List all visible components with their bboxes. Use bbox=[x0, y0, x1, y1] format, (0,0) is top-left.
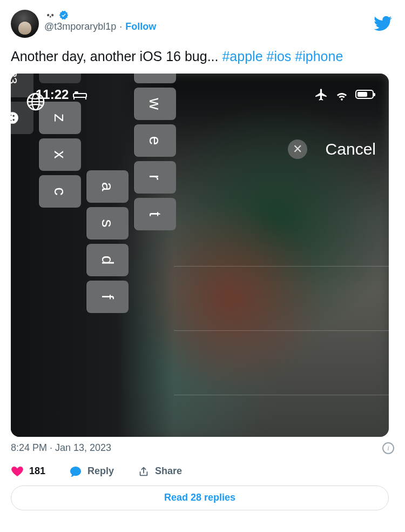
read-replies-label: Read 28 replies bbox=[164, 492, 235, 503]
battery-icon bbox=[355, 90, 374, 99]
key-t[interactable]: t bbox=[134, 198, 176, 230]
key-e[interactable]: e bbox=[134, 124, 176, 157]
key-d[interactable]: d bbox=[86, 244, 129, 276]
follow-link[interactable]: Follow bbox=[125, 21, 156, 33]
cancel-button[interactable]: Cancel bbox=[326, 140, 376, 158]
key-a[interactable]: a bbox=[86, 170, 129, 203]
tweet-meta-row: 8:24 PM · Jan 13, 2023 i bbox=[11, 442, 394, 454]
hashtag[interactable]: #ios bbox=[267, 49, 292, 64]
svg-rect-3 bbox=[73, 94, 86, 97]
ios-keyboard: q w e r t a s d f bbox=[14, 74, 176, 418]
hashtag[interactable]: #iphone bbox=[295, 49, 343, 64]
reply-label: Reply bbox=[87, 466, 114, 477]
globe-icon bbox=[26, 92, 45, 111]
share-label: Share bbox=[155, 466, 182, 477]
clear-search-icon[interactable]: ✕ bbox=[288, 139, 307, 159]
ios-status-bar: 11:22 bbox=[11, 74, 389, 116]
bed-icon bbox=[73, 89, 87, 100]
airplane-mode-icon bbox=[314, 88, 328, 102]
avatar[interactable] bbox=[11, 10, 39, 38]
hashtag[interactable]: #apple bbox=[222, 49, 262, 64]
handle[interactable]: @t3mporarybl1p bbox=[44, 21, 116, 33]
search-bar-right: ✕ Cancel bbox=[288, 139, 376, 159]
tweet-media[interactable]: 11:22 ✕ Cance bbox=[11, 74, 389, 437]
key-c[interactable]: c bbox=[39, 175, 81, 208]
svg-rect-6 bbox=[75, 91, 78, 94]
tweet-header: 💀 @t3mporarybl1p · Follow bbox=[11, 10, 394, 38]
key-r[interactable]: r bbox=[134, 161, 176, 194]
wifi-icon bbox=[335, 88, 349, 102]
reply-icon bbox=[69, 465, 82, 478]
key-s[interactable]: s bbox=[86, 207, 129, 240]
like-count: 181 bbox=[29, 466, 45, 477]
verified-badge-icon bbox=[58, 10, 69, 21]
heart-icon bbox=[11, 465, 24, 478]
list-separators bbox=[174, 266, 389, 437]
tweet-card: 💀 @t3mporarybl1p · Follow Another day, a… bbox=[0, 0, 405, 519]
key-x[interactable]: x bbox=[39, 138, 81, 171]
tweet-text-plain: Another day, another iOS 16 bug... bbox=[11, 49, 222, 64]
tweet-text: Another day, another iOS 16 bug... #appl… bbox=[11, 48, 394, 66]
keyboard-panel: q w e r t a s d f bbox=[11, 74, 174, 437]
twitter-logo-icon[interactable] bbox=[374, 14, 392, 32]
info-icon[interactable]: i bbox=[382, 442, 394, 454]
tweet-timestamp[interactable]: 8:24 PM · Jan 13, 2023 bbox=[11, 442, 111, 454]
key-f[interactable]: f bbox=[86, 281, 129, 313]
read-replies-button[interactable]: Read 28 replies bbox=[11, 486, 389, 510]
tweet-actions: 181 Reply Share bbox=[11, 465, 394, 478]
share-icon bbox=[138, 466, 150, 477]
separator-dot: · bbox=[119, 21, 122, 33]
display-name-emoji: 💀 bbox=[44, 10, 56, 20]
share-action[interactable]: Share bbox=[138, 466, 182, 477]
reply-action[interactable]: Reply bbox=[69, 465, 114, 478]
like-action[interactable]: 181 bbox=[11, 465, 45, 478]
